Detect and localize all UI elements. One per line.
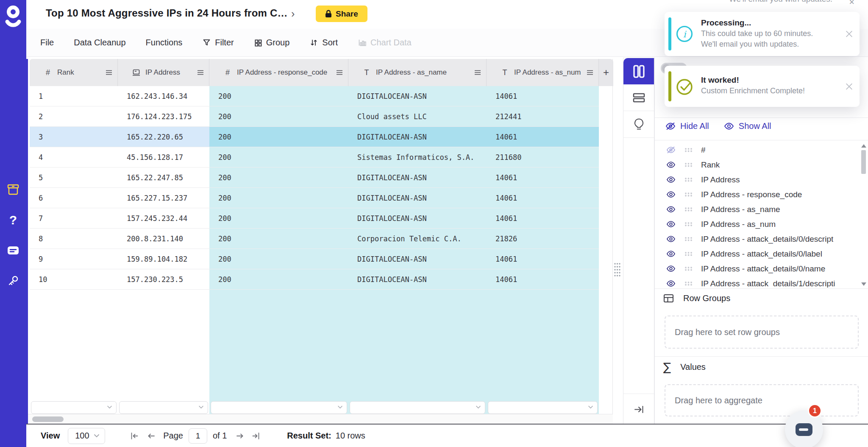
cell-ip-address-response-code[interactable]: 200: [209, 106, 348, 127]
eye-icon[interactable]: [666, 190, 677, 198]
column-header-ip-address-as-num[interactable]: TIP Address - as_num: [487, 59, 599, 86]
eye-icon[interactable]: [666, 161, 677, 169]
cell-ip-address-as-num[interactable]: 212441: [487, 106, 599, 127]
cell-ip-address-response-code[interactable]: 200: [209, 229, 348, 249]
cell-ip-address-response-code[interactable]: 200: [209, 269, 348, 290]
help-icon[interactable]: ?: [0, 211, 26, 229]
toast-close-button[interactable]: [846, 31, 853, 38]
tab-columns[interactable]: [623, 58, 654, 84]
footer-filter-select-ip-address-as-name[interactable]: [350, 401, 485, 414]
drag-handle-icon[interactable]: [684, 251, 693, 256]
cell-ip-address-as-num[interactable]: 14061: [487, 208, 599, 229]
cell-ip-address-response-code[interactable]: 200: [209, 249, 348, 269]
drag-handle-icon[interactable]: [684, 207, 693, 212]
hide-all-button[interactable]: Hide All: [665, 121, 709, 131]
panel-scrollbar[interactable]: [860, 144, 867, 286]
next-page-button[interactable]: [235, 432, 245, 440]
column-header-ip-address-as-name[interactable]: TIP Address - as_name: [348, 59, 487, 86]
cell-ip-address-as-num[interactable]: 14061: [487, 249, 599, 269]
drag-handle-icon[interactable]: [684, 237, 693, 241]
panel-resize-handle[interactable]: [614, 263, 621, 277]
cell-ip-address[interactable]: 176.124.223.175: [118, 106, 209, 127]
cell-ip-address[interactable]: 162.243.146.34: [118, 86, 209, 106]
eye-icon[interactable]: [666, 205, 677, 213]
drag-handle-icon[interactable]: [684, 177, 693, 182]
menu-sort[interactable]: Sort: [309, 38, 338, 47]
column-menu-icon[interactable]: [474, 70, 481, 75]
cell-ip-address[interactable]: 200.8.231.140: [118, 229, 209, 249]
first-page-button[interactable]: [130, 432, 139, 440]
feedback-chat-icon[interactable]: [0, 241, 26, 260]
column-menu-icon[interactable]: [106, 70, 112, 75]
show-all-button[interactable]: Show All: [723, 121, 771, 131]
cell-rank[interactable]: 9: [30, 249, 118, 269]
cell-ip-address-response-code[interactable]: 200: [209, 208, 348, 229]
drag-handle-icon[interactable]: [684, 162, 693, 167]
cell-ip-address[interactable]: 165.22.220.65: [118, 127, 209, 147]
cell-rank[interactable]: 5: [30, 168, 118, 188]
horizontal-scrollbar-thumb[interactable]: [32, 416, 64, 422]
menu-filter[interactable]: Filter: [202, 38, 234, 47]
cell-ip-address-response-code[interactable]: 200: [209, 86, 348, 106]
cell-ip-address[interactable]: 165.227.15.237: [118, 188, 209, 208]
scroll-down-icon[interactable]: [861, 282, 866, 286]
horizontal-scrollbar[interactable]: [28, 414, 613, 424]
footer-filter-select-ip-address-as-num[interactable]: [488, 401, 598, 414]
cell-ip-address-as-name[interactable]: DIGITALOCEAN-ASN: [348, 127, 487, 147]
library-box-icon[interactable]: [0, 180, 26, 199]
cell-ip-address-as-num[interactable]: 14061: [487, 86, 599, 106]
cell-rank[interactable]: 6: [30, 188, 118, 208]
cell-ip-address-response-code[interactable]: 200: [209, 147, 348, 168]
drag-handle-icon[interactable]: [684, 266, 693, 271]
eye-icon[interactable]: [666, 279, 677, 288]
tab-insights[interactable]: [623, 111, 654, 138]
cell-rank[interactable]: 7: [30, 208, 118, 229]
cell-rank[interactable]: 8: [30, 229, 118, 249]
cell-ip-address-as-name[interactable]: DIGITALOCEAN-ASN: [348, 86, 487, 106]
eye-icon[interactable]: [666, 235, 677, 243]
column-menu-icon[interactable]: [197, 70, 204, 75]
cell-ip-address-response-code[interactable]: 200: [209, 168, 348, 188]
cell-ip-address-as-name[interactable]: DIGITALOCEAN-ASN: [348, 168, 487, 188]
previous-page-button[interactable]: [147, 432, 156, 440]
tab-rows[interactable]: [623, 84, 654, 111]
cell-ip-address-as-num[interactable]: 14061: [487, 269, 599, 290]
cell-ip-address[interactable]: 165.22.247.85: [118, 168, 209, 188]
drag-handle-icon[interactable]: [684, 192, 693, 197]
footer-filter-select-rank[interactable]: [31, 401, 117, 414]
cell-ip-address-as-num[interactable]: 14061: [487, 188, 599, 208]
cell-ip-address[interactable]: 157.230.223.5: [118, 269, 209, 290]
cell-ip-address-as-num[interactable]: 21826: [487, 229, 599, 249]
cell-ip-address-response-code[interactable]: 200: [209, 188, 348, 208]
menu-chart-data[interactable]: Chart Data: [358, 38, 412, 47]
drag-handle-icon[interactable]: [684, 148, 693, 152]
cell-ip-address-as-name[interactable]: DIGITALOCEAN-ASN: [348, 249, 487, 269]
menu-functions[interactable]: Functions: [146, 38, 183, 47]
page-number-input[interactable]: [189, 428, 207, 444]
last-page-button[interactable]: [251, 432, 261, 440]
cell-ip-address-as-name[interactable]: DIGITALOCEAN-ASN: [348, 188, 487, 208]
cell-ip-address-as-num[interactable]: 211680: [487, 147, 599, 168]
column-header-ip-address-response-code[interactable]: #IP Address - response_code: [209, 59, 348, 86]
menu-data-cleanup[interactable]: Data Cleanup: [74, 38, 125, 47]
drag-handle-icon[interactable]: [684, 281, 693, 286]
cell-rank[interactable]: 1: [30, 86, 118, 106]
values-dropzone[interactable]: Drag here to aggregate: [665, 384, 859, 416]
share-button[interactable]: Share: [316, 6, 367, 22]
eye-icon[interactable]: [666, 220, 677, 228]
title-chevron-icon[interactable]: ›: [291, 8, 295, 20]
panel-scrollbar-thumb[interactable]: [861, 150, 866, 174]
cell-rank[interactable]: 2: [30, 106, 118, 127]
cell-ip-address[interactable]: 45.156.128.17: [118, 147, 209, 168]
cell-ip-address[interactable]: 157.245.232.44: [118, 208, 209, 229]
footer-filter-select-ip-address-response-code[interactable]: [211, 401, 347, 414]
cell-ip-address[interactable]: 159.89.104.182: [118, 249, 209, 269]
cell-ip-address-response-code[interactable]: 200: [209, 127, 348, 147]
column-header-ip-address[interactable]: IP Address: [118, 59, 209, 86]
page-size-select[interactable]: 100: [68, 428, 105, 444]
eye-icon[interactable]: [666, 265, 677, 273]
cell-ip-address-as-name[interactable]: Corporacion Telemic C.A.: [348, 229, 487, 249]
cell-ip-address-as-num[interactable]: 14061: [487, 127, 599, 147]
menu-file[interactable]: File: [40, 38, 54, 47]
scroll-up-icon[interactable]: [861, 144, 866, 148]
